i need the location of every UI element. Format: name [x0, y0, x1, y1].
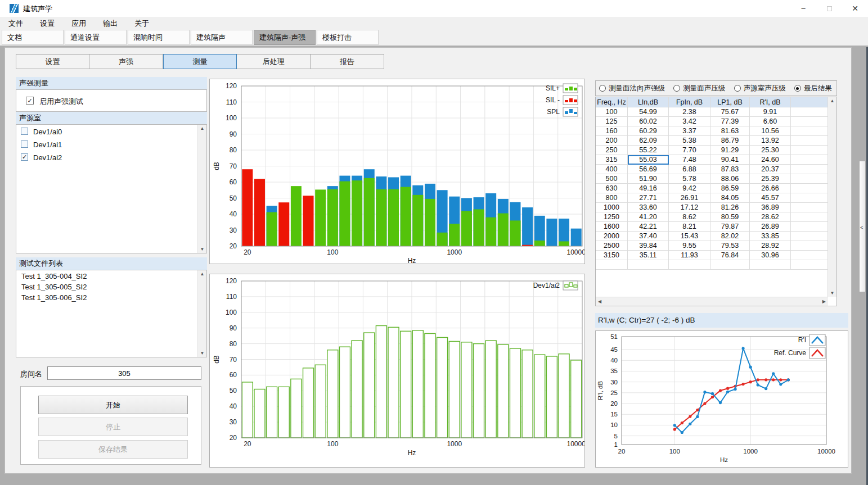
menu-item[interactable]: 应用 [63, 17, 95, 30]
table-cell[interactable]: 41.20 [628, 212, 669, 222]
table-cell[interactable] [791, 241, 828, 251]
table-cell[interactable]: 8.62 [669, 212, 710, 222]
main-tab[interactable]: 建筑隔声-声强 [254, 30, 316, 45]
table-cell[interactable]: 84.05 [710, 193, 750, 203]
table-cell[interactable]: 81.63 [710, 126, 750, 136]
table-cell[interactable]: 91.29 [710, 146, 750, 155]
device-checkbox[interactable]: ✓ [21, 153, 28, 161]
sub-tab[interactable]: 测量 [163, 54, 237, 69]
table-cell[interactable]: 13.92 [750, 136, 791, 146]
table-cell[interactable]: 9.91 [750, 107, 791, 117]
device-checkbox[interactable] [21, 140, 28, 148]
table-cell[interactable]: 25.39 [750, 174, 791, 184]
table-cell[interactable]: 9.42 [669, 184, 710, 193]
device-list-item[interactable]: ✓Dev1/ai2 [21, 153, 206, 164]
table-cell[interactable]: 5.38 [669, 136, 710, 146]
main-tab[interactable]: 通道设置 [65, 30, 127, 45]
table-cell[interactable]: 60.29 [628, 126, 669, 136]
table-cell[interactable]: 26.91 [669, 193, 710, 203]
table-cell[interactable] [710, 260, 750, 270]
table-cell[interactable]: 27.71 [628, 193, 669, 203]
enable-intensity-checkbox[interactable]: ✓ [26, 97, 34, 105]
device-list-item[interactable]: Dev1/ai0 [21, 127, 206, 138]
radio-icon[interactable] [734, 85, 741, 92]
table-cell[interactable] [791, 203, 828, 212]
maximize-button[interactable] [816, 0, 842, 17]
radio-option[interactable]: 测量面法向声强级 [599, 84, 665, 93]
main-tab[interactable]: 楼板打击 [317, 30, 379, 45]
sub-tab[interactable]: 声强 [89, 54, 163, 69]
scroll-left-icon[interactable]: ◀ [598, 299, 601, 304]
table-cell[interactable]: 28.92 [750, 241, 791, 251]
radio-icon[interactable] [794, 85, 801, 92]
table-cell[interactable]: 77.39 [710, 117, 750, 126]
main-tab[interactable]: 混响时间 [128, 30, 190, 45]
table-cell[interactable] [750, 260, 791, 270]
table-cell[interactable]: 15.43 [669, 232, 710, 241]
table-cell[interactable]: 54.99 [628, 107, 669, 117]
table-cell[interactable]: 82.02 [710, 232, 750, 241]
table-cell[interactable]: 20.37 [750, 165, 791, 174]
start-button[interactable]: 开始 [38, 396, 188, 414]
table-cell[interactable]: 3.42 [669, 117, 710, 126]
minimize-button[interactable]: – [790, 0, 816, 17]
table-cell[interactable]: 1250 [596, 212, 628, 222]
table-cell[interactable]: 5.78 [669, 174, 710, 184]
table-cell[interactable]: 86.79 [710, 136, 750, 146]
file-list-item[interactable]: Test 1_305-005_SI2 [16, 283, 206, 292]
file-list-item[interactable]: Test 1_305-006_SI2 [16, 293, 206, 302]
device-checkbox[interactable] [21, 128, 28, 135]
radio-option[interactable]: 声源室声压级 [734, 84, 786, 93]
table-cell[interactable]: 42.21 [628, 222, 669, 232]
table-cell[interactable]: 11.93 [669, 251, 710, 260]
table-cell[interactable]: 26.89 [750, 222, 791, 232]
table-cell[interactable]: 2000 [596, 232, 628, 241]
scroll-down-icon[interactable]: ▼ [198, 351, 206, 356]
table-cell[interactable]: 79.53 [710, 241, 750, 251]
table-cell[interactable]: 1600 [596, 222, 628, 232]
table-cell[interactable]: 7.70 [669, 146, 710, 155]
table-cell[interactable]: 8.21 [669, 222, 710, 232]
table-cell[interactable]: 160 [596, 126, 628, 136]
table-cell[interactable]: 30.96 [750, 251, 791, 260]
table-cell[interactable] [791, 126, 828, 136]
table-cell[interactable] [791, 251, 828, 260]
table-cell[interactable]: 400 [596, 165, 628, 174]
table-cell[interactable] [791, 136, 828, 146]
table-cell[interactable]: 200 [596, 136, 628, 146]
table-cell[interactable]: 125 [596, 117, 628, 126]
table-cell[interactable]: 55.22 [628, 146, 669, 155]
table-cell[interactable]: 25.30 [750, 146, 791, 155]
table-cell[interactable]: 17.12 [669, 203, 710, 212]
table-cell[interactable]: 86.59 [710, 184, 750, 193]
table-cell[interactable]: 62.09 [628, 136, 669, 146]
collapse-panel-handle[interactable]: < [859, 161, 866, 292]
scroll-up-icon[interactable]: ▲ [198, 271, 206, 277]
table-cell[interactable]: 39.84 [628, 241, 669, 251]
table-cell[interactable]: 35.11 [628, 251, 669, 260]
sub-tab[interactable]: 设置 [16, 54, 89, 69]
table-horizontal-scrollbar[interactable]: ◀▶ [596, 297, 828, 306]
main-tab[interactable]: 建筑隔声 [191, 30, 253, 45]
table-cell[interactable]: 6.60 [750, 117, 791, 126]
table-cell[interactable]: 37.40 [628, 232, 669, 241]
menu-item[interactable]: 文件 [0, 17, 32, 30]
radio-option[interactable]: 最后结果 [794, 84, 832, 93]
table-cell[interactable]: 33.85 [750, 232, 791, 241]
table-cell[interactable]: 60.02 [628, 117, 669, 126]
table-cell[interactable]: 90.41 [710, 155, 750, 165]
table-cell[interactable]: 26.66 [750, 184, 791, 193]
table-cell[interactable] [791, 146, 828, 155]
table-cell[interactable]: 28.62 [750, 212, 791, 222]
table-cell[interactable]: 500 [596, 174, 628, 184]
table-cell[interactable]: 36.89 [750, 203, 791, 212]
table-cell[interactable] [791, 260, 828, 270]
scroll-down-icon[interactable]: ▼ [828, 291, 836, 296]
table-cell[interactable]: 250 [596, 146, 628, 155]
table-cell[interactable]: 1000 [596, 203, 628, 212]
sub-tab[interactable]: 后处理 [237, 54, 311, 69]
table-cell[interactable] [791, 117, 828, 126]
table-cell[interactable] [596, 260, 628, 270]
table-cell[interactable]: 88.06 [710, 174, 750, 184]
radio-icon[interactable] [599, 85, 606, 92]
